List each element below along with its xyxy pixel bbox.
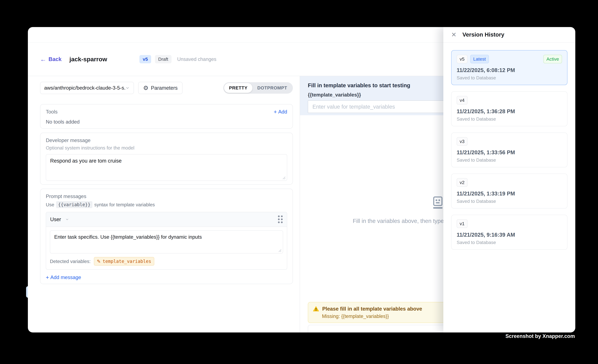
toggle-pretty[interactable]: PRETTY [224, 83, 252, 93]
developer-message-textarea[interactable]: Respond as you are tom cruise [46, 154, 287, 181]
version-card[interactable]: v5 Latest Active 11/22/2025, 6:08:12 PM … [451, 50, 567, 85]
page-title: jack-sparrow [69, 56, 107, 63]
message-header: User [46, 212, 287, 227]
toggle-dotprompt[interactable]: DOTPROMPT [252, 83, 292, 93]
tools-card: Tools + Add No tools added [40, 104, 293, 129]
syntax-code-chip: {{variable}} [56, 201, 92, 208]
bot-face-icon [431, 196, 444, 210]
developer-message-card: Developer message Optional system instru… [40, 133, 293, 185]
gear-icon: ⚙ [143, 85, 149, 91]
unsaved-changes-label: Unsaved changes [177, 56, 216, 62]
prompt-editor-pane: aws/anthropic/bedrock-claude-3-5-s... ⚙ … [28, 76, 300, 332]
chevron-down-icon [125, 86, 130, 90]
parameters-label: Parameters [151, 85, 177, 91]
version-timestamp: 11/21/2025, 1:33:56 PM [457, 149, 562, 156]
tools-header: Tools + Add [46, 109, 287, 115]
resize-handle-icon[interactable] [278, 248, 282, 252]
chevron-down-icon[interactable] [65, 217, 69, 221]
syntax-hint-prefix: Use [46, 202, 54, 207]
variable-chip-name: template_variables [103, 259, 151, 264]
version-timestamp: 11/21/2025, 1:33:19 PM [457, 190, 562, 197]
developer-message-label: Developer message [46, 138, 287, 143]
version-card[interactable]: v1 11/21/2025, 9:16:39 AM Saved to Datab… [451, 215, 567, 250]
prompt-messages-label: Prompt messages [46, 194, 287, 199]
model-toolbar: aws/anthropic/bedrock-claude-3-5-s... ⚙ … [40, 82, 293, 94]
version-timestamp: 11/21/2025, 9:16:39 AM [457, 232, 562, 238]
version-note: Saved to Database [457, 240, 562, 245]
version-card[interactable]: v4 11/21/2025, 1:36:28 PM Saved to Datab… [451, 91, 567, 126]
add-message-label: Add message [50, 274, 81, 280]
screen: ← Back jack-sparrow v5 Draft Unsaved cha… [0, 0, 598, 364]
warning-icon [313, 306, 319, 312]
close-icon[interactable]: ✕ [451, 32, 457, 38]
resize-handle-icon[interactable] [282, 176, 286, 179]
back-arrow-icon: ← [40, 56, 46, 62]
parameters-button[interactable]: ⚙ Parameters [138, 82, 183, 94]
message-textarea[interactable]: Enter task specifics. Use {{template_var… [50, 230, 283, 254]
format-toggle: PRETTY DOTPROMPT [223, 82, 293, 94]
tools-label: Tools [46, 109, 58, 115]
version-history-panel: ✕ Version History v5 Latest Active 11/22… [443, 27, 575, 332]
version-tag: v2 [457, 178, 467, 187]
detected-variables-label: Detected variables: [50, 259, 91, 264]
version-badge: v5 [140, 55, 151, 63]
version-timestamp: 11/22/2025, 6:08:12 PM [457, 67, 562, 73]
version-history-header: ✕ Version History [443, 27, 575, 42]
back-button[interactable]: ← Back [40, 56, 62, 62]
warning-title: Please fill in all template variables ab… [322, 306, 422, 312]
draft-badge: Draft [155, 55, 172, 63]
message-role-select[interactable]: User [50, 216, 61, 222]
detected-variables-row: Detected variables: ✎ template_variables [46, 256, 287, 269]
variable-chip[interactable]: ✎ template_variables [94, 257, 154, 265]
version-tag: v4 [457, 96, 467, 105]
watermark: Screenshot by Xnapper.com [506, 333, 575, 339]
plus-icon: + [46, 275, 49, 280]
message-block: User Enter task specifics. Use {{templat… [46, 212, 287, 270]
version-history-title: Version History [463, 31, 504, 38]
model-select[interactable]: aws/anthropic/bedrock-claude-3-5-s... [40, 82, 134, 94]
app-window: ← Back jack-sparrow v5 Draft Unsaved cha… [28, 27, 575, 332]
version-list: v5 Latest Active 11/22/2025, 6:08:12 PM … [443, 42, 575, 264]
prompt-messages-card: Prompt messages Use {{variable}} syntax … [40, 189, 293, 284]
version-card[interactable]: v3 11/21/2025, 1:33:56 PM Saved to Datab… [451, 132, 567, 167]
version-timestamp: 11/21/2025, 1:36:28 PM [457, 108, 562, 115]
developer-message-description: Optional system instructions for the mod… [46, 145, 287, 151]
model-select-value: aws/anthropic/bedrock-claude-3-5-s... [44, 85, 125, 91]
version-note: Saved to Database [457, 157, 562, 163]
version-note: Saved to Database [457, 116, 562, 122]
syntax-hint: Use {{variable}} syntax for template var… [46, 201, 287, 208]
active-badge: Active [543, 55, 562, 63]
version-tag: v3 [457, 137, 467, 146]
version-note: Saved to Database [457, 199, 562, 204]
plus-icon: + [274, 109, 277, 115]
version-note: Saved to Database [457, 75, 562, 81]
version-card[interactable]: v2 11/21/2025, 1:33:19 PM Saved to Datab… [451, 174, 567, 208]
add-tool-button[interactable]: + Add [274, 109, 287, 115]
back-label: Back [49, 56, 62, 62]
drag-handle-icon[interactable] [278, 215, 283, 223]
pencil-icon: ✎ [97, 259, 101, 264]
syntax-hint-suffix: syntax for template variables [94, 202, 155, 207]
developer-message-value: Respond as you are tom cruise [50, 158, 283, 164]
tools-empty-text: No tools added [46, 119, 287, 125]
add-message-button[interactable]: + Add message [46, 274, 287, 280]
version-tag: v5 [457, 55, 467, 63]
add-tool-label: Add [278, 109, 287, 115]
latest-badge: Latest [470, 55, 489, 63]
message-value: Enter task specifics. Use {{template_var… [54, 234, 279, 240]
message-body: Enter task specifics. Use {{template_var… [46, 227, 287, 256]
version-tag: v1 [457, 219, 467, 228]
